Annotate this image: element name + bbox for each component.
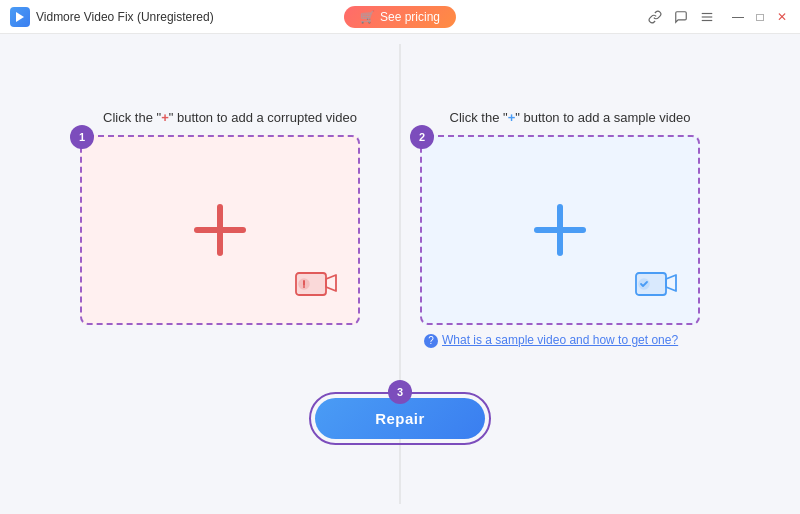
main-content: Click the "+" button to add a corrupted … — [0, 34, 800, 514]
right-panel: Click the "+" button to add a sample vid… — [420, 110, 720, 348]
info-badge: ? — [424, 334, 438, 348]
right-panel-instruction: Click the "+" button to add a sample vid… — [420, 110, 720, 125]
left-plus-icon — [190, 200, 250, 260]
window-controls: — □ ✕ — [730, 9, 790, 25]
link-icon[interactable] — [646, 8, 664, 26]
app-logo: Vidmore Video Fix (Unregistered) — [10, 7, 214, 27]
see-pricing-label: See pricing — [380, 10, 440, 24]
svg-point-11 — [303, 286, 305, 288]
corrupted-video-drop-zone[interactable]: 1 — [80, 135, 360, 325]
repair-row: 3 Repair — [315, 398, 485, 439]
close-button[interactable]: ✕ — [774, 9, 790, 25]
step-badge-3: 3 — [388, 380, 412, 404]
right-plus-highlight: + — [508, 110, 516, 125]
cart-icon: 🛒 — [360, 10, 375, 24]
see-pricing-button[interactable]: 🛒 See pricing — [344, 6, 456, 28]
info-link-text: What is a sample video and how to get on… — [442, 333, 678, 347]
step-badge-2: 2 — [410, 125, 434, 149]
left-panel-instruction: Click the "+" button to add a corrupted … — [80, 110, 380, 125]
maximize-button[interactable]: □ — [752, 9, 768, 25]
logo-icon — [10, 7, 30, 27]
minimize-button[interactable]: — — [730, 9, 746, 25]
svg-rect-5 — [217, 204, 223, 256]
right-drop-zone-inner — [422, 137, 698, 323]
sample-video-info-link[interactable]: ? What is a sample video and how to get … — [420, 333, 678, 348]
chat-icon[interactable] — [672, 8, 690, 26]
svg-rect-13 — [557, 204, 563, 256]
sample-video-drop-zone[interactable]: 2 — [420, 135, 700, 325]
left-plus-highlight: + — [161, 110, 169, 125]
right-plus-icon — [530, 200, 590, 260]
svg-marker-8 — [326, 275, 336, 291]
corrupted-camera-icon — [292, 265, 338, 305]
title-bar-actions: — □ ✕ — [646, 8, 790, 26]
sample-camera-icon — [632, 265, 678, 305]
app-title: Vidmore Video Fix (Unregistered) — [36, 10, 214, 24]
svg-marker-0 — [16, 12, 24, 22]
menu-icon[interactable] — [698, 8, 716, 26]
step-badge-1: 1 — [70, 125, 94, 149]
title-bar: Vidmore Video Fix (Unregistered) 🛒 See p… — [0, 0, 800, 34]
svg-marker-16 — [666, 275, 676, 291]
left-drop-zone-inner — [82, 137, 358, 323]
left-panel: Click the "+" button to add a corrupted … — [80, 110, 380, 325]
repair-button-wrapper: 3 Repair — [315, 398, 485, 439]
see-pricing-container: 🛒 See pricing — [344, 6, 456, 28]
